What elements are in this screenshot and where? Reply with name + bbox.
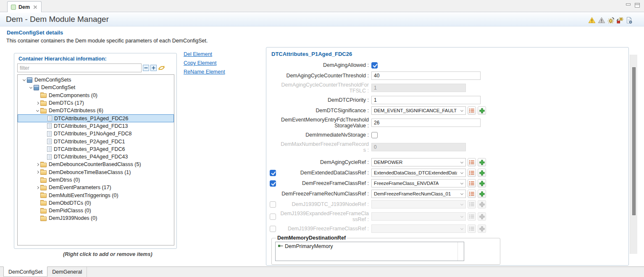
warning-yellow-icon[interactable] bbox=[588, 17, 596, 24]
demfreezeframerecnumclassref-select[interactable]: DemFreezeFrameRecNumClass_01 bbox=[371, 190, 466, 198]
hierarchy-tree: DemConfigSetsDemConfigSetDemComponents (… bbox=[17, 74, 174, 245]
file-icon bbox=[47, 131, 52, 137]
view-controls bbox=[626, 3, 640, 8]
tree-item-demdebouncecounterbasedclasss-5[interactable]: DemDebounceCounterBasedClasss (5) bbox=[18, 161, 174, 168]
expander-icon[interactable] bbox=[34, 110, 40, 111]
folder-icon bbox=[40, 201, 47, 206]
chevron-down-icon bbox=[460, 227, 463, 230]
memory-list[interactable]: DemPrimaryMemory bbox=[275, 242, 464, 261]
tree-item-demj1939nodes-0[interactable]: DemJ1939Nodes (0) bbox=[18, 214, 174, 222]
expand-all-icon[interactable] bbox=[150, 65, 157, 71]
expander-icon[interactable] bbox=[34, 164, 40, 166]
expander-icon[interactable] bbox=[34, 102, 40, 104]
field-row-demimmediatenvstorage: DemImmediateNvStorage : bbox=[270, 131, 628, 139]
expander-icon[interactable] bbox=[34, 187, 40, 189]
section-description: This container containers the Dem module… bbox=[6, 38, 208, 44]
demagingcyclecounterthreshold-input[interactable] bbox=[371, 71, 481, 80]
demagingcycleref-select[interactable]: DEMPOWER bbox=[371, 158, 466, 166]
tree-item-demconfigsets[interactable]: DemConfigSets bbox=[18, 76, 174, 84]
page-tab-demgeneral[interactable]: DemGeneral bbox=[47, 267, 87, 277]
field-row-demdtcsignificance: DemDTCSignificance :DEM_EVENT_SIGNIFICAN… bbox=[270, 106, 628, 115]
folder-icon bbox=[40, 170, 47, 175]
tree-item-dtcattributes-p1noaged-fdc8[interactable]: DTCAttributes_P1NoAged_FDC8 bbox=[18, 130, 174, 137]
memory-list-item[interactable]: DemPrimaryMemory bbox=[278, 243, 461, 249]
file-gear-icon[interactable] bbox=[626, 17, 632, 24]
editor-tab-bar: Dem bbox=[0, 0, 644, 12]
expander-icon[interactable] bbox=[34, 171, 40, 173]
demj1939dtc-j1939noderef-enable-checkbox[interactable] bbox=[270, 201, 276, 208]
maximize-icon[interactable] bbox=[635, 3, 640, 8]
module-icon bbox=[11, 5, 16, 10]
details-scrollbar[interactable] bbox=[630, 55, 637, 254]
chevron-down-icon bbox=[460, 182, 463, 185]
warning-gray-icon[interactable] bbox=[598, 17, 605, 24]
list-button[interactable] bbox=[468, 169, 476, 177]
field-row-demj1939dtc-j1939noderef: DemJ1939DTC_J1939NodeRef : bbox=[270, 200, 628, 208]
tree-item-dtcattributes-p3aged-fdc6[interactable]: DTCAttributes_P3Aged_FDC6 bbox=[18, 145, 174, 153]
tree-item-demdtrss-0[interactable]: DemDtrss (0) bbox=[18, 176, 174, 184]
tree-item-dtcattributes-p2aged-fdc1[interactable]: DTCAttributes_P2Aged_FDC1 bbox=[18, 137, 174, 145]
field-label: DemMaxNumberFreezeFrameRecords : bbox=[280, 141, 369, 153]
close-icon[interactable] bbox=[33, 5, 37, 9]
demfreezeframeclassref-select[interactable]: FreezeFrameClass_ENVDATA bbox=[371, 179, 466, 187]
add-button bbox=[478, 224, 486, 233]
hierarchy-panel: Container Hierarchical information: DemC… bbox=[14, 53, 177, 249]
list-button[interactable] bbox=[468, 158, 476, 166]
field-label: DemEventMemoryEntryFdcThresholdStorageVa… bbox=[280, 117, 369, 129]
tree-item-demeventparameters-17[interactable]: DemEventParameters (17) bbox=[18, 184, 174, 191]
demdtcsignificance-select[interactable]: DEM_EVENT_SIGNIFICANCE_FAULT bbox=[371, 106, 466, 115]
sync-gear-icon[interactable] bbox=[607, 17, 615, 24]
details-title: DTCAttributes_P1Aged_FDC26 bbox=[271, 51, 628, 57]
expander-icon[interactable] bbox=[21, 79, 27, 81]
demj1939freezeframeclassref-enable-checkbox[interactable] bbox=[270, 226, 276, 232]
tree-item-demobddtcs-0[interactable]: DemObdDTCs (0) bbox=[18, 199, 174, 207]
demj1939dtc-j1939noderef-select[interactable] bbox=[371, 200, 466, 208]
add-button[interactable] bbox=[478, 169, 486, 177]
add-button[interactable] bbox=[478, 179, 486, 187]
editor-tab-dem[interactable]: Dem bbox=[7, 1, 42, 12]
chevron-down-icon bbox=[460, 161, 463, 164]
scrollbar-thumb[interactable] bbox=[632, 67, 636, 215]
demj1939expandedfreezeframeclassref-select[interactable] bbox=[371, 212, 466, 221]
tree-item-demconfigset[interactable]: DemConfigSet bbox=[18, 84, 174, 91]
tree-item-demmultieventtriggerings-0[interactable]: DemMultiEventTriggerings (0) bbox=[18, 191, 174, 199]
add-button[interactable] bbox=[478, 158, 486, 166]
list-button[interactable] bbox=[468, 106, 476, 115]
chevron-down-icon bbox=[460, 171, 463, 174]
demextendeddataclassref-enable-checkbox[interactable] bbox=[270, 170, 276, 176]
expander-icon[interactable] bbox=[28, 87, 34, 88]
export-gear-icon[interactable] bbox=[617, 17, 624, 24]
demimmediatenvstorage-checkbox[interactable] bbox=[371, 132, 378, 138]
demfreezeframeclassref-enable-checkbox[interactable] bbox=[270, 180, 276, 187]
collapse-all-icon[interactable] bbox=[143, 65, 149, 71]
memory-group-label: DemMemoryDestinationRef bbox=[276, 235, 347, 241]
demdtcpriority-input[interactable] bbox=[371, 96, 481, 104]
demj1939expandedfreezeframeclassref-enable-checkbox[interactable] bbox=[270, 214, 276, 220]
tree-item-demdtcattributess-6[interactable]: DemDTCAttributess (6) bbox=[18, 107, 174, 114]
sync-tree-icon[interactable] bbox=[158, 65, 165, 71]
demextendeddataclassref-select[interactable]: ExtendedDataClass_DTCExtendedDataRec bbox=[371, 169, 466, 177]
filter-input[interactable] bbox=[17, 63, 142, 72]
rename-element-link[interactable]: ReName Element bbox=[184, 69, 225, 75]
add-button[interactable] bbox=[478, 190, 486, 198]
tree-item-demdebouncetimebaseclasss-1[interactable]: DemDebounceTimeBaseClasss (1) bbox=[18, 169, 174, 176]
minimize-icon[interactable] bbox=[626, 3, 631, 5]
demj1939freezeframeclassref-select[interactable] bbox=[371, 224, 466, 233]
tree-item-dtcattributes-p4aged-fdc43[interactable]: DTCAttributes_P4Aged_FDC43 bbox=[18, 153, 174, 161]
list-button[interactable] bbox=[468, 179, 476, 187]
list-button[interactable] bbox=[468, 190, 476, 198]
tree-item-demcomponents-0[interactable]: DemComponents (0) bbox=[18, 92, 174, 99]
tree-item-label: DTCAttributes_P2Aged_FDC1 bbox=[54, 139, 125, 145]
tree-item-dtcattributes-p1aged-fdc26[interactable]: DTCAttributes_P1Aged_FDC26 bbox=[18, 114, 174, 122]
tree-item-demdtcs-17[interactable]: DemDTCs (17) bbox=[18, 99, 174, 107]
list-icon bbox=[469, 108, 474, 113]
del-element-link[interactable]: Del Element bbox=[184, 51, 225, 57]
tree-item-dtcattributes-p1aged-fdc13[interactable]: DTCAttributes_P1Aged_FDC13 bbox=[18, 122, 174, 130]
tree-item-label: DTCAttributes_P3Aged_FDC6 bbox=[54, 146, 125, 152]
demeventmemoryentryfdcthresholdstoragevalue-input[interactable] bbox=[371, 119, 481, 127]
tree-item-dempidclasss-0[interactable]: DemPidClasss (0) bbox=[18, 207, 174, 214]
add-button[interactable] bbox=[478, 106, 486, 115]
demagingallowed-checkbox[interactable] bbox=[371, 62, 378, 69]
page-tab-demconfigset[interactable]: DemConfigSet bbox=[3, 266, 47, 277]
copy-element-link[interactable]: Copy Element bbox=[184, 60, 225, 66]
